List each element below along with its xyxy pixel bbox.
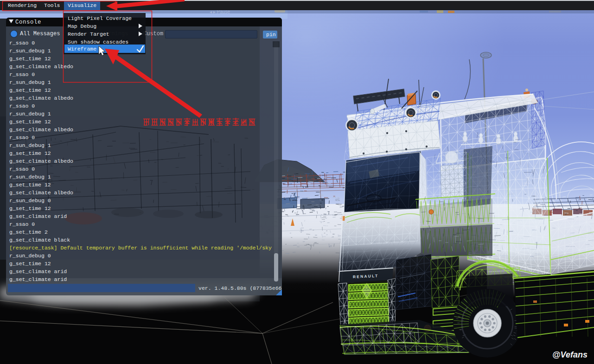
svg-text:@Vefans: @Vefans	[552, 350, 588, 359]
